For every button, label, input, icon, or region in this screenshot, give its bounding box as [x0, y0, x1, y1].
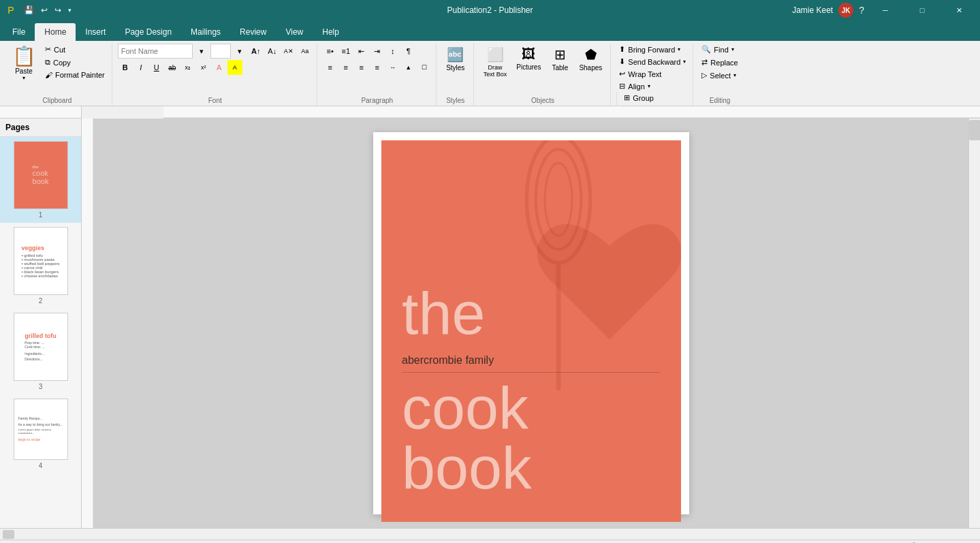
scroll-thumb[interactable]: [969, 120, 980, 140]
thumb2-item2: • mushroom pasta: [21, 258, 59, 262]
h-scroll-thumb[interactable]: [3, 530, 14, 539]
justify-btn[interactable]: ≡: [370, 60, 385, 75]
canvas-area[interactable]: the abercrombie family cook book: [94, 119, 968, 528]
strikethrough-btn[interactable]: ab: [165, 60, 180, 75]
pictures-btn[interactable]: 🖼 Pictures: [512, 44, 545, 74]
shapes-btn[interactable]: ⬟ Shapes: [575, 44, 606, 74]
clear-format-btn[interactable]: A✕: [281, 44, 296, 59]
paste-dropdown[interactable]: ▾: [22, 75, 25, 81]
align-left-btn[interactable]: ≡: [323, 60, 338, 75]
clipboard-group-content: 📋 Paste ▾ ✂ Cut ⧉ Copy 🖌 Format Painter: [7, 44, 108, 95]
bullets-btn[interactable]: ≡•: [323, 44, 338, 59]
font-size-dropdown-btn[interactable]: ▾: [232, 44, 247, 59]
send-backward-arrow[interactable]: ▾: [683, 59, 686, 65]
thumb3-title: grilled tofu: [25, 332, 57, 339]
underline-btn[interactable]: U: [149, 60, 164, 75]
tab-mailings[interactable]: Mailings: [181, 23, 230, 41]
grow-font-btn[interactable]: A↑: [249, 44, 264, 59]
tab-file[interactable]: File: [3, 23, 35, 41]
decrease-indent-btn[interactable]: ⇤: [354, 44, 369, 59]
replace-icon: ⇄: [701, 58, 708, 67]
font-dropdown-btn[interactable]: ▾: [194, 44, 209, 59]
tab-view[interactable]: View: [276, 23, 313, 41]
borders-btn[interactable]: ☐: [417, 60, 432, 75]
close-btn[interactable]: ✕: [943, 0, 975, 20]
restore-btn[interactable]: □: [906, 0, 938, 20]
font-color-btn[interactable]: A: [212, 60, 227, 75]
find-arrow[interactable]: ▾: [731, 46, 734, 52]
send-backward-btn[interactable]: ⬇ Send Backward ▾: [616, 56, 689, 67]
shading-btn[interactable]: ▲: [401, 60, 416, 75]
shrink-font-btn[interactable]: A↓: [265, 44, 280, 59]
numbering-btn[interactable]: ≡1: [338, 44, 353, 59]
thumb3-text: Prep time: ... Cook time: ... Ingredient…: [25, 341, 57, 362]
save-quick-btn[interactable]: 💾: [22, 4, 36, 16]
italic-btn[interactable]: I: [133, 60, 148, 75]
tab-page-design[interactable]: Page Design: [115, 23, 181, 41]
titlebar-right: Jamie Keet JK ? ─ □ ✕: [792, 0, 975, 20]
draw-text-box-btn[interactable]: ⬜ DrawText Box: [479, 44, 511, 80]
cover-page[interactable]: the abercrombie family cook book: [381, 140, 681, 522]
vertical-scrollbar[interactable]: [968, 119, 980, 528]
paste-button[interactable]: 📋 Paste ▾: [7, 44, 41, 82]
thumb2-item5: • black bean burgers: [21, 270, 59, 274]
user-name: Jamie Keet: [792, 5, 833, 15]
minimize-btn[interactable]: ─: [870, 0, 901, 20]
align-right-btn[interactable]: ≡: [354, 60, 369, 75]
cut-icon: ✂: [45, 45, 51, 54]
pages-panel: Pages the cook book 1 veggies • grilled …: [0, 119, 82, 528]
thumb-img-2: veggies • grilled tofu • mushroom pasta …: [14, 227, 68, 295]
superscript-btn[interactable]: x²: [196, 60, 211, 75]
align-center-btn[interactable]: ≡: [338, 60, 353, 75]
select-arrow[interactable]: ▾: [733, 72, 736, 78]
subscript-btn[interactable]: x₂: [180, 60, 195, 75]
select-btn[interactable]: ▷ Select ▾: [699, 69, 739, 81]
quick-access-more[interactable]: ▾: [66, 5, 74, 15]
replace-btn[interactable]: ⇄ Replace: [699, 57, 740, 68]
find-btn[interactable]: 🔍 Find ▾: [699, 44, 736, 55]
line-spacing-btn[interactable]: ↕: [385, 44, 400, 59]
tab-help[interactable]: Help: [313, 23, 349, 41]
page-thumb-2[interactable]: veggies • grilled tofu • mushroom pasta …: [0, 223, 81, 309]
text-direction-btn[interactable]: ↔: [385, 60, 400, 75]
tab-review[interactable]: Review: [230, 23, 276, 41]
format-painter-button[interactable]: 🖌 Format Painter: [42, 69, 108, 80]
page-thumb-4[interactable]: Family Recipe... As a way to bring our f…: [0, 394, 81, 474]
highlight-btn[interactable]: A: [227, 60, 242, 75]
paste-icon: 📋: [12, 45, 36, 67]
font-name-input[interactable]: [118, 44, 193, 59]
page-thumb-1[interactable]: the cook book 1: [0, 137, 81, 223]
font-size-input[interactable]: [210, 44, 231, 59]
show-hide-btn[interactable]: ¶: [401, 44, 416, 59]
change-case-btn[interactable]: Aa: [298, 44, 313, 59]
thumb-num-2: 2: [39, 297, 43, 305]
bring-forward-btn[interactable]: ⬆ Bring Forward ▾: [616, 44, 683, 55]
wrap-text-btn[interactable]: ↩ Wrap Text: [616, 68, 664, 80]
align-label: Align: [628, 82, 644, 91]
objects-group-content: ⬜ DrawText Box 🖼 Pictures ⊞ Table ⬟ Shap…: [479, 44, 607, 95]
undo-btn[interactable]: ↩: [39, 4, 50, 16]
pages-panel-header: Pages: [0, 119, 81, 137]
tab-home[interactable]: Home: [35, 23, 76, 41]
thumb-num-4: 4: [39, 462, 43, 469]
copy-button[interactable]: ⧉ Copy: [42, 57, 108, 68]
cut-button[interactable]: ✂ Cut: [42, 44, 108, 55]
bring-forward-arrow[interactable]: ▾: [678, 46, 680, 52]
bold-btn[interactable]: B: [118, 60, 133, 75]
redo-btn[interactable]: ↪: [52, 4, 63, 16]
horizontal-ruler: [163, 106, 980, 119]
help-btn[interactable]: ?: [859, 5, 864, 16]
increase-indent-btn[interactable]: ⇥: [370, 44, 385, 59]
select-icon: ▷: [701, 71, 707, 80]
page-thumb-3[interactable]: grilled tofu Prep time: ... Cook time: .…: [0, 309, 81, 394]
tab-insert[interactable]: Insert: [76, 23, 115, 41]
editing-group-content: 🔍 Find ▾ ⇄ Replace ▷ Select ▾: [699, 44, 740, 95]
user-avatar[interactable]: JK: [838, 3, 853, 18]
horizontal-scrollbar[interactable]: [0, 528, 980, 540]
styles-btn[interactable]: 🔤 Styles: [442, 44, 469, 74]
group-btn[interactable]: ⊞ Group: [621, 92, 689, 104]
svg-rect-0: [163, 106, 980, 119]
align-arrow[interactable]: ▾: [648, 83, 650, 89]
align-btn[interactable]: ⊟ Align ▾: [616, 80, 652, 92]
table-btn[interactable]: ⊞ Table: [546, 44, 573, 74]
